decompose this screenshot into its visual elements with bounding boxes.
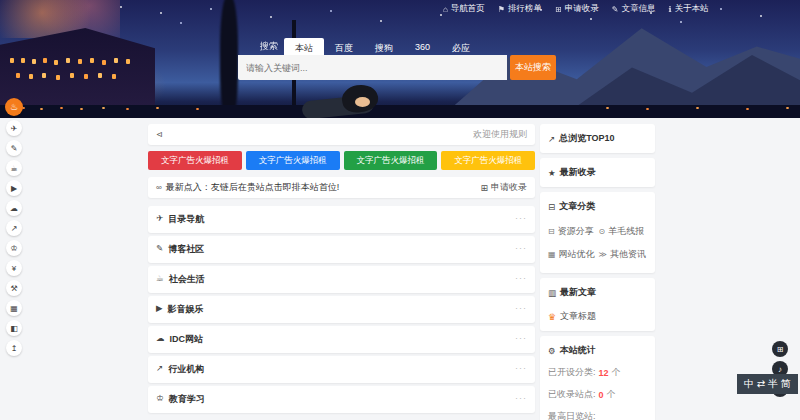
apply-inclusion-link[interactable]: ⊞申请收录 — [480, 181, 527, 194]
language-switch-tooltip[interactable]: 中 ⇄ 半 简 — [737, 374, 798, 394]
ellipsis-menu-icon[interactable]: ··· — [515, 243, 527, 253]
article-cat-label: 资源分享 — [558, 225, 594, 238]
search-label: 搜索 — [260, 40, 278, 53]
category-title: 教育学习 — [169, 393, 205, 406]
article-cat-label: 网站优化 — [559, 248, 595, 261]
top-navigation: ⌂导航首页 ⚑排行榜单 ⊞申请收录 ✎文章信息 ℹ关于本站 — [443, 3, 708, 15]
topnav-item-apply[interactable]: ⊞申请收录 — [555, 3, 599, 15]
plus-square-icon: ⊞ — [480, 183, 488, 193]
tab-360[interactable]: 360 — [404, 38, 441, 55]
tree-silhouette — [220, 0, 238, 118]
bell-icon: ♪ — [778, 365, 782, 374]
fireworks-decoration — [0, 0, 120, 38]
forward-icon: ≫ — [599, 250, 607, 259]
article-cat-other[interactable]: ≫其他资讯 — [599, 248, 648, 261]
info-icon: ℹ — [668, 5, 671, 14]
tab-sogou[interactable]: 搜狗 — [364, 38, 404, 55]
gear-icon: ⚙ — [548, 346, 556, 356]
latest-sites-title: 最新收录 — [560, 166, 596, 179]
topnav-label: 文章信息 — [621, 3, 655, 15]
topnav-label: 导航首页 — [451, 3, 485, 15]
life-icon: ☕ — [156, 273, 164, 283]
education-icon: ♔ — [156, 393, 164, 403]
ad-button-yellow[interactable]: 文字广告火爆招租 — [441, 151, 535, 170]
stat-label: 已开设分类: — [548, 366, 596, 379]
article-cat-label: 羊毛线报 — [608, 225, 644, 238]
stars-decoration — [120, 6, 122, 8]
top10-card: ↗总浏览TOP10 — [540, 124, 655, 153]
latest-sites-card: ★最新收录 — [540, 158, 655, 187]
paper-plane-icon: ✈ — [156, 213, 163, 223]
stat-unit: 个 — [612, 366, 621, 379]
stat-row: 已开设分类:12个 — [548, 366, 647, 379]
plus-square-icon: ⊞ — [555, 5, 562, 14]
article-categories-title: 文章分类 — [559, 200, 595, 213]
lit-windows — [10, 58, 14, 63]
image-icon: ▦ — [548, 250, 556, 259]
ellipsis-menu-icon[interactable]: ··· — [515, 273, 527, 283]
main-column: ⊲ 欢迎使用规则 文字广告火爆招租 文字广告火爆招租 文字广告火爆招租 文字广告… — [148, 124, 535, 416]
topnav-label: 关于本站 — [674, 3, 708, 15]
water-strip — [0, 105, 800, 118]
content-area: ⊲ 欢迎使用规则 文字广告火爆招租 文字广告火爆招租 文字广告火爆招租 文字广告… — [0, 118, 800, 420]
cartoon-figure-face — [355, 97, 370, 107]
folder-icon: ⊟ — [548, 202, 555, 212]
ellipsis-menu-icon[interactable]: ··· — [515, 363, 527, 373]
link-icon: ∞ — [156, 183, 162, 192]
top10-title: 总浏览TOP10 — [559, 132, 614, 145]
plus-square-icon: ⊞ — [777, 345, 784, 354]
ellipsis-menu-icon[interactable]: ··· — [515, 303, 527, 313]
apply-inclusion-label: 申请收录 — [491, 181, 527, 194]
latest-articles-title: 最新文章 — [560, 286, 596, 299]
tab-this-site[interactable]: 本站 — [284, 38, 324, 55]
category-title: 影音娱乐 — [168, 303, 204, 316]
stat-value: 12 — [599, 368, 609, 378]
ad-button-red[interactable]: 文字广告火爆招租 — [148, 151, 242, 170]
category-title: 博客社区 — [168, 243, 204, 256]
search-input[interactable] — [238, 55, 507, 80]
category-title: 社会生活 — [169, 273, 205, 286]
article-cat-seo[interactable]: ▦网站优化 — [548, 248, 597, 261]
right-sidebar: ↗总浏览TOP10 ★最新收录 ⊟文章分类 ⊟资源分享 ⊙羊毛线报 ▦网站优化 … — [540, 124, 655, 420]
home-icon: ⌂ — [443, 5, 448, 14]
ellipsis-menu-icon[interactable]: ··· — [515, 393, 527, 403]
latest-articles-card: ▥最新文章 ♛ 文章标题 — [540, 278, 655, 331]
hot-rail-button[interactable]: ♨ — [5, 98, 23, 116]
ellipsis-menu-icon[interactable]: ··· — [515, 213, 527, 223]
notice-text: 欢迎使用规则 — [473, 128, 527, 141]
ellipsis-menu-icon[interactable]: ··· — [515, 333, 527, 343]
notice-bar: ⊲ 欢迎使用规则 — [148, 124, 535, 145]
topnav-item-about[interactable]: ℹ关于本站 — [668, 3, 708, 15]
article-cat-deals[interactable]: ⊙羊毛线报 — [599, 225, 648, 238]
article-categories-grid: ⊟资源分享 ⊙羊毛线报 ▦网站优化 ≫其他资讯 — [548, 225, 647, 265]
tab-baidu[interactable]: 百度 — [324, 38, 364, 55]
stat-label: 已收录站点: — [548, 388, 596, 401]
topnav-item-articles[interactable]: ✎文章信息 — [612, 3, 656, 15]
site-stats-card: ⚙本站统计 已开设分类:12个 已收录站点:0个 最高日览站: 最高月览站: 最… — [540, 336, 655, 420]
topnav-item-ranking[interactable]: ⚑排行榜单 — [498, 3, 542, 15]
float-add-button[interactable]: ⊞ — [772, 341, 788, 357]
car-icon: ⊙ — [599, 227, 606, 236]
article-categories-card: ⊟文章分类 ⊟资源分享 ⊙羊毛线报 ▦网站优化 ≫其他资讯 — [540, 192, 655, 273]
latest-click-text: 最新点入：友链后在贵站点击即排本站首位! — [166, 181, 340, 194]
search-engine-tabs: 搜索 本站 百度 搜狗 360 必应 — [238, 38, 556, 55]
folder-icon: ⊟ — [548, 227, 555, 236]
blog-icon: ✎ — [156, 243, 163, 253]
article-item[interactable]: ♛ 文章标题 — [548, 310, 647, 323]
category-title: IDC网站 — [170, 333, 204, 346]
site-stats-rows: 已开设分类:12个 已收录站点:0个 最高日览站: 最高月览站: 最高总览站: … — [548, 366, 647, 420]
megaphone-icon: ⊲ — [156, 130, 163, 139]
stat-label: 最高日览站: — [548, 410, 596, 420]
search-button[interactable]: 本站搜索 — [510, 55, 556, 80]
category-card-industry: ↗ 行业机构 ··· — [148, 356, 535, 383]
tab-bing[interactable]: 必应 — [441, 38, 481, 55]
topnav-item-home[interactable]: ⌂导航首页 — [443, 3, 485, 15]
ad-button-green[interactable]: 文字广告火爆招租 — [344, 151, 438, 170]
topnav-label: 排行榜单 — [508, 3, 542, 15]
bar-chart-icon: ▥ — [548, 288, 556, 298]
search-module: 搜索 本站 百度 搜狗 360 必应 本站搜索 — [238, 38, 556, 80]
book-icon: ✎ — [612, 5, 619, 14]
ad-button-blue[interactable]: 文字广告火爆招租 — [246, 151, 340, 170]
cloud-icon: ☁ — [156, 333, 165, 343]
article-cat-resources[interactable]: ⊟资源分享 — [548, 225, 597, 238]
